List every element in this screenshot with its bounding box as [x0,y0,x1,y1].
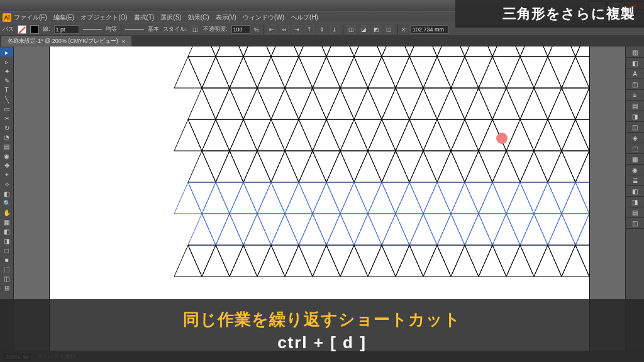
menu-window[interactable]: ウィンドウ(W) [243,13,284,22]
tool-button[interactable]: ✂ [0,114,13,123]
svg-marker-147 [562,151,589,182]
svg-marker-189 [313,214,340,245]
tool-button[interactable]: ╲ [0,95,13,104]
tool-button[interactable]: 🔍 [0,199,13,207]
panel-collapsed-button[interactable]: ◨ [626,112,644,122]
menu-select[interactable]: 選択(S) [160,13,181,22]
menu-edit[interactable]: 編集(E) [53,13,74,22]
svg-marker-215 [243,245,271,277]
close-tab-icon[interactable]: × [122,38,125,45]
align-center-icon[interactable]: ⇔ [280,25,289,34]
tool-button[interactable]: ↻ [0,123,13,132]
opacity-field[interactable] [231,25,250,34]
tool-button[interactable]: ✧ [0,180,13,189]
tool-button[interactable]: ✦ [0,67,13,75]
menu-effect[interactable]: 効果(C) [188,13,209,22]
panel-collapsed-button[interactable]: ◈ [626,133,644,143]
separator [263,25,264,35]
document-tab[interactable]: 名称未設定-1* @ 200% (CMYK/プレビュー) × [1,36,131,47]
tool-button[interactable]: ◫ [0,274,13,283]
tool-button[interactable]: ◧ [0,227,13,236]
panel-collapsed-button[interactable]: ◫ [626,123,644,133]
svg-marker-64 [243,88,271,119]
pathfinder-unite-icon[interactable]: ◫ [347,25,356,34]
tool-button[interactable]: ▹ [0,57,13,66]
stroke-profile-icon[interactable] [83,29,102,30]
panel-collapsed-button[interactable]: ◨ [626,197,644,207]
tool-button[interactable]: ◧ [0,189,13,198]
svg-marker-3 [230,47,257,57]
panel-collapsed-button[interactable]: ▤ [626,208,644,218]
align-middle-icon[interactable]: ⇕ [318,25,326,34]
stroke-weight-field[interactable] [54,25,79,34]
svg-marker-37 [271,57,299,88]
panel-collapsed-button[interactable]: ▦ [626,155,644,165]
tool-button[interactable]: ✋ [0,208,13,217]
menu-help[interactable]: ヘルプ(H) [291,13,318,22]
svg-marker-133 [368,151,396,182]
svg-marker-181 [202,214,230,245]
svg-marker-124 [243,151,271,182]
graphic-style-icon[interactable]: ◫ [191,25,199,34]
panel-collapsed-button[interactable]: ◧ [626,58,644,69]
tool-button[interactable]: ✥ [0,161,13,170]
pathfinder-minus-icon[interactable]: ◪ [360,25,369,34]
tool-button[interactable]: ▦ [0,217,13,226]
menu-file[interactable]: ファイル(F) [14,13,47,22]
svg-marker-74 [382,88,409,119]
svg-marker-191 [340,214,368,245]
pathfinder-intersect-icon[interactable]: ◩ [372,25,381,34]
tool-button[interactable]: ⬚ [0,265,13,273]
svg-marker-239 [575,245,590,277]
tool-button[interactable]: ◔ [0,133,13,141]
panel-collapsed-button[interactable]: ⬚ [626,144,644,154]
brush-sample-icon[interactable] [125,29,144,30]
style-label: スタイル: [163,25,187,33]
pathfinder-exclude-icon[interactable]: ◫ [385,25,394,34]
menu-view[interactable]: 表示(V) [216,13,236,22]
panel-collapsed-button[interactable]: ▤ [626,101,644,111]
svg-marker-104 [368,119,396,151]
tool-button[interactable]: ▭ [0,104,13,113]
panel-collapsed-button[interactable]: ◉ [626,165,644,175]
svg-marker-77 [423,88,451,119]
align-top-icon[interactable]: ⤒ [305,25,314,34]
align-right-icon[interactable]: ⇥ [292,25,301,34]
x-field[interactable] [411,25,448,34]
svg-marker-123 [230,151,257,182]
svg-marker-84 [520,88,548,119]
panel-collapsed-button[interactable]: ◫ [626,80,644,90]
tool-button[interactable]: ⌖ [0,170,13,179]
svg-marker-75 [396,88,423,119]
tool-button[interactable]: ✎ [0,76,13,85]
panel-collapsed-button[interactable]: ◫ [626,219,644,229]
tool-button[interactable]: ▤ [0,142,13,151]
svg-marker-110 [451,119,479,151]
svg-marker-5 [257,47,285,57]
svg-marker-206 [548,214,575,245]
video-caption-title-text: 三角形をさらに複製 [502,4,635,23]
tool-button[interactable]: ◨ [0,236,13,245]
panel-collapsed-button[interactable]: ≡ [626,90,644,101]
menu-object[interactable]: オブジェクト(O) [80,13,127,22]
stroke-swatch[interactable] [30,25,39,34]
menu-type[interactable]: 書式(T) [134,13,155,22]
svg-marker-22 [492,47,520,57]
tool-button[interactable]: ▸ [0,48,13,57]
panel-collapsed-button[interactable]: ▥ [626,48,644,58]
panel-collapsed-button[interactable]: A [626,69,644,79]
fill-swatch-none[interactable] [18,25,26,34]
align-bottom-icon[interactable]: ⤓ [330,25,339,34]
svg-marker-36 [257,57,285,88]
tool-button[interactable]: ■ [0,255,13,264]
align-left-icon[interactable]: ⇤ [267,25,276,34]
svg-marker-46 [396,57,423,88]
panel-collapsed-button[interactable]: ≣ [626,176,644,186]
tool-button[interactable]: □ [0,246,13,255]
svg-marker-54 [506,57,534,88]
svg-marker-235 [520,245,548,277]
tool-button[interactable]: ◉ [0,151,13,160]
tool-button[interactable]: T [0,85,13,94]
panel-collapsed-button[interactable]: ◧ [626,187,644,197]
tool-button[interactable]: ⊞ [0,283,13,292]
